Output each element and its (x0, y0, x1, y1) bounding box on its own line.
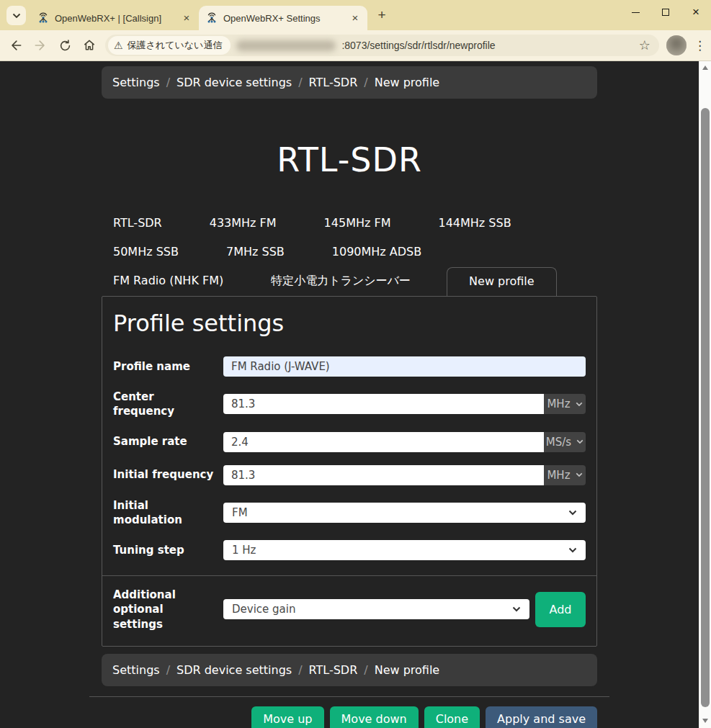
maximize-icon (662, 9, 669, 16)
field-center-frequency: Center frequency MHz (113, 390, 586, 419)
home-button[interactable] (81, 37, 98, 54)
scrollbar-thumb[interactable] (701, 108, 710, 707)
breadcrumb-sdr-device-settings[interactable]: SDR device settings (176, 663, 292, 677)
sample-rate-input[interactable] (223, 432, 544, 452)
profile-tab-tokutei-shoudenryoku[interactable]: 特定小電力トランシーバー (259, 267, 422, 296)
initial-modulation-select[interactable]: FM (223, 503, 586, 523)
home-icon (82, 38, 97, 53)
tuning-step-label: Tuning step (113, 543, 223, 557)
tab-title: OpenWebRX+ | [Callsign] (55, 13, 174, 24)
breadcrumb-settings[interactable]: Settings (112, 663, 160, 677)
sample-rate-label: Sample rate (113, 434, 223, 449)
blurred-host (236, 40, 336, 51)
url-text: :8073/settings/sdr/rtlsdr/newprofile (341, 40, 495, 51)
breadcrumb-new-profile[interactable]: New profile (375, 76, 440, 89)
browser-tab-settings[interactable]: OpenWebRX+ Settings × (199, 6, 367, 30)
page-scrollbar[interactable] (699, 61, 711, 728)
profile-tab-50mhz-ssb[interactable]: 50MHz SSB (102, 238, 190, 267)
breadcrumb-rtl-sdr[interactable]: RTL-SDR (309, 76, 358, 89)
field-tuning-step: Tuning step 1 Hz (113, 540, 586, 560)
breadcrumb-new-profile[interactable]: New profile (375, 663, 440, 677)
profile-avatar[interactable] (666, 35, 687, 55)
add-setting-button[interactable]: Add (535, 592, 586, 627)
profile-tab-433mhz-fm[interactable]: 433MHz FM (198, 210, 288, 238)
profile-tab-new-profile[interactable]: New profile (447, 267, 557, 296)
page-title: RTL-SDR (102, 140, 597, 179)
additional-settings-select[interactable]: Device gain (223, 599, 529, 619)
breadcrumb-sdr-device-settings[interactable]: SDR device settings (176, 76, 292, 89)
unit-value: MHz (547, 397, 570, 410)
openwebrx-favicon-icon (206, 12, 218, 24)
tuning-step-select[interactable]: 1 Hz (223, 540, 586, 560)
unit-value: MS/s (546, 436, 571, 449)
panel-title: Profile settings (113, 310, 586, 337)
profile-tab-7mhz-ssb[interactable]: 7MHz SSB (215, 238, 296, 267)
maximize-button[interactable] (650, 0, 681, 24)
unit-value: MHz (547, 469, 570, 482)
security-label: 保護されていない通信 (128, 39, 223, 52)
back-icon (9, 38, 23, 53)
chevron-down-icon (576, 472, 583, 477)
warning-icon: ⚠ (114, 40, 123, 51)
new-tab-button[interactable]: + (373, 7, 390, 23)
minimize-icon (632, 12, 640, 13)
breadcrumb-rtl-sdr[interactable]: RTL-SDR (309, 663, 358, 677)
selected-value: 1 Hz (232, 544, 256, 557)
breadcrumb-separator: / (298, 76, 302, 89)
chevron-down-icon (576, 402, 583, 407)
apply-and-save-button[interactable]: Apply and save (486, 706, 597, 728)
chevron-down-icon (576, 439, 583, 444)
browser-tab-strip: OpenWebRX+ | [Callsign] × OpenWebRX+ Set… (0, 0, 711, 30)
profile-tab-145mhz-fm[interactable]: 145MHz FM (313, 210, 403, 238)
back-button[interactable] (7, 37, 24, 54)
clone-button[interactable]: Clone (424, 706, 480, 728)
tab-close-icon[interactable]: × (180, 12, 193, 24)
move-down-button[interactable]: Move down (330, 706, 419, 728)
profile-settings-panel: Profile settings Profile name Center fre… (102, 296, 597, 647)
address-bar[interactable]: ⚠ 保護されていない通信 :8073/settings/sdr/rtlsdr/n… (105, 35, 659, 56)
profile-tab-rtl-sdr[interactable]: RTL-SDR (102, 210, 174, 238)
forward-icon (33, 38, 48, 53)
field-sample-rate: Sample rate MS/s (113, 432, 586, 452)
profile-name-label: Profile name (113, 359, 223, 374)
reload-icon (58, 39, 72, 53)
browser-tab-callsign[interactable]: OpenWebRX+ | [Callsign] × (30, 6, 199, 30)
initial-frequency-unit-select[interactable]: MHz (544, 465, 586, 485)
chevron-down-icon (568, 510, 577, 516)
initial-frequency-input[interactable] (223, 465, 544, 485)
tab-close-icon[interactable]: × (349, 12, 362, 24)
sample-rate-unit-select[interactable]: MS/s (544, 432, 586, 452)
page-body: Settings / SDR device settings / RTL-SDR… (0, 61, 711, 728)
openwebrx-favicon-icon (37, 12, 49, 24)
action-buttons: Move up Move down Clone Apply and save (102, 706, 597, 728)
profile-name-input[interactable] (223, 356, 586, 377)
center-frequency-unit-select[interactable]: MHz (544, 394, 586, 414)
minimize-button[interactable] (620, 0, 650, 24)
tab-search-button[interactable] (6, 6, 26, 25)
browser-menu-icon[interactable]: ⋮ (694, 38, 704, 53)
chevron-down-icon (12, 13, 21, 19)
bookmark-star-icon[interactable]: ☆ (639, 37, 650, 53)
scroll-up-icon[interactable] (702, 66, 708, 70)
profile-tab-144mhz-ssb[interactable]: 144MHz SSB (426, 210, 522, 238)
chevron-down-icon (512, 606, 521, 612)
scroll-down-icon[interactable] (702, 719, 708, 723)
field-initial-modulation: Initial modulation FM (113, 498, 586, 528)
profile-tab-fm-radio-nhk[interactable]: FM Radio (NHK FM) (102, 267, 235, 296)
breadcrumb-settings[interactable]: Settings (112, 76, 160, 89)
chevron-down-icon (568, 547, 577, 553)
close-window-button[interactable]: × (681, 0, 711, 24)
breadcrumb: Settings / SDR device settings / RTL-SDR… (102, 66, 597, 99)
field-additional-settings: Additional optional settings Device gain… (113, 588, 586, 632)
center-frequency-input[interactable] (223, 394, 544, 414)
reload-button[interactable] (56, 37, 73, 54)
move-up-button[interactable]: Move up (251, 706, 323, 728)
forward-button[interactable] (32, 37, 49, 54)
tab-title: OpenWebRX+ Settings (223, 13, 343, 24)
breadcrumb-separator: / (298, 663, 302, 677)
center-frequency-label: Center frequency (113, 390, 223, 419)
breadcrumb-bottom: Settings / SDR device settings / RTL-SDR… (102, 654, 597, 686)
profile-tab-1090mhz-adsb[interactable]: 1090MHz ADSB (321, 238, 433, 267)
site-security-chip[interactable]: ⚠ 保護されていない通信 (108, 36, 231, 55)
breadcrumb-separator: / (166, 76, 170, 89)
